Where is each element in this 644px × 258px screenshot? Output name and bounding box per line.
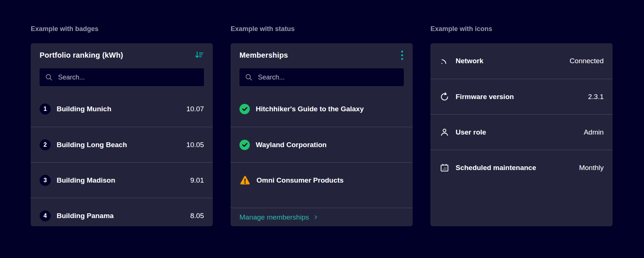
info-row-value: Connected [565, 57, 604, 65]
info-row: Firmware version 2.3.1 [430, 79, 613, 114]
firmware-refresh-icon [439, 92, 450, 102]
rank-badge: 2 [40, 139, 51, 150]
user-icon [439, 127, 450, 138]
list-item-label: Building Long Beach [57, 141, 127, 149]
info-row: User role Admin [430, 114, 613, 150]
list-item[interactable]: 1 Building Munich 10.07 [31, 91, 213, 127]
success-check-icon [239, 140, 250, 150]
memberships-card: Memberships [231, 43, 413, 226]
list-item[interactable]: Omni Consumer Products [231, 162, 413, 198]
list-item[interactable]: 4 Building Panama 8.05 [31, 198, 213, 226]
search-input[interactable] [257, 73, 399, 82]
section-heading-icons: Example with icons [430, 24, 613, 34]
card-footer: Manage memberships [231, 208, 413, 226]
success-check-icon [239, 104, 250, 114]
network-icon [439, 56, 450, 66]
search-icon [245, 73, 253, 81]
list-item-label: Omni Consumer Products [256, 176, 343, 184]
list-item-label: Building Munich [57, 105, 111, 113]
info-row-label: Scheduled maintenance [456, 164, 536, 172]
kebab-menu-icon[interactable] [399, 48, 405, 62]
list-item[interactable]: Wayland Corporation [231, 127, 413, 162]
section-heading-status: Example with status [231, 24, 413, 34]
info-row-value: Admin [579, 128, 604, 136]
manage-memberships-link[interactable]: Manage memberships [239, 213, 318, 221]
portfolio-ranking-card: Portfolio ranking (kWh) 1 [31, 43, 213, 226]
list-item-value: 8.05 [186, 212, 204, 220]
search-icon [45, 73, 53, 81]
search-input[interactable] [57, 73, 199, 82]
manage-memberships-label: Manage memberships [239, 213, 309, 221]
list-item[interactable]: 3 Building Madison 9.01 [31, 162, 213, 198]
list-item-label: Wayland Corporation [256, 141, 326, 149]
calendar-icon [439, 163, 450, 173]
info-row-label: User role [456, 128, 486, 136]
card-header: Memberships [231, 43, 413, 67]
list-item-value: 10.05 [182, 141, 204, 149]
rank-badge: 4 [40, 210, 51, 221]
info-row: Scheduled maintenance Monthly [430, 150, 613, 185]
rank-badge: 3 [40, 175, 51, 186]
list-item-label: Building Madison [57, 176, 115, 184]
card-title: Memberships [239, 51, 288, 60]
search-field[interactable] [40, 68, 204, 86]
list-item-value: 9.01 [186, 176, 204, 184]
info-row-label: Network [456, 57, 483, 65]
list-item-value: 10.07 [182, 105, 204, 113]
ranking-list: 1 Building Munich 10.07 2 Building Long … [31, 91, 213, 226]
component-examples-page: Example with badges Portfolio ranking (k… [0, 0, 644, 258]
sort-descending-icon[interactable] [193, 49, 205, 61]
info-row-value: Monthly [574, 164, 604, 172]
info-row-value: 2.3.1 [584, 93, 604, 101]
list-item-label: Building Panama [57, 212, 114, 220]
list-item[interactable]: Hitchhiker's Guide to the Galaxy [231, 91, 413, 127]
info-row: Network Connected [430, 43, 613, 79]
section-status: Example with status Memberships [231, 24, 413, 258]
info-row-label: Firmware version [456, 93, 514, 101]
rank-badge: 1 [40, 103, 51, 115]
card-title: Portfolio ranking (kWh) [40, 51, 123, 60]
warning-triangle-icon [239, 175, 251, 186]
chevron-right-icon [313, 215, 318, 220]
list-item[interactable]: 2 Building Long Beach 10.05 [31, 127, 213, 162]
list-item-label: Hitchhiker's Guide to the Galaxy [256, 105, 364, 113]
section-heading-badges: Example with badges [31, 24, 213, 34]
device-info-card: Network Connected Firmware version 2.3.1 [430, 43, 613, 226]
section-icons: Example with icons Network Connected [430, 24, 613, 258]
section-badges: Example with badges Portfolio ranking (k… [31, 24, 213, 258]
card-header: Portfolio ranking (kWh) [31, 43, 213, 67]
search-field[interactable] [239, 68, 404, 86]
membership-list: Hitchhiker's Guide to the Galaxy Wayland… [231, 91, 413, 208]
